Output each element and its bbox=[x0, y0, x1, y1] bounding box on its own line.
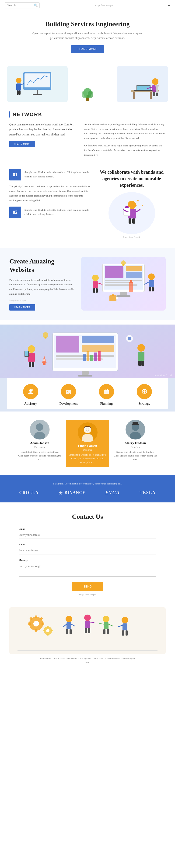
steps-description: The principal reason we continue to adap… bbox=[9, 184, 91, 203]
svg-rect-14 bbox=[133, 92, 135, 99]
svg-rect-92 bbox=[87, 351, 89, 361]
network-learn-more-button[interactable]: LEARN MORE bbox=[9, 141, 35, 147]
name-input[interactable] bbox=[19, 547, 156, 554]
svg-rect-69 bbox=[56, 336, 79, 352]
collaborate-title: We collaborate with brands and agencies … bbox=[98, 169, 166, 188]
contact-section: Contact Us Email Name Message SEND Image… bbox=[0, 502, 175, 603]
hero-section: Building Services Engineering Quam nulla… bbox=[0, 11, 175, 60]
svg-point-55 bbox=[148, 274, 155, 280]
search-bar[interactable]: 🔍 bbox=[5, 2, 40, 8]
hero-plant bbox=[82, 83, 93, 102]
svg-rect-42 bbox=[105, 266, 123, 278]
contact-title: Contact Us bbox=[19, 513, 156, 520]
svg-text:★: ★ bbox=[137, 199, 140, 202]
svg-rect-150 bbox=[88, 628, 90, 633]
search-input[interactable] bbox=[7, 4, 34, 7]
create-image-attr: Image from Freepik bbox=[9, 299, 74, 302]
svg-line-151 bbox=[90, 622, 94, 623]
svg-rect-149 bbox=[85, 628, 87, 633]
svg-rect-70 bbox=[82, 336, 114, 343]
svg-rect-29 bbox=[125, 206, 128, 208]
svg-text:★: ★ bbox=[135, 205, 137, 207]
adam-name: Adam Jonson bbox=[18, 441, 61, 445]
collaborate-attr: Image from Freepik bbox=[98, 236, 166, 238]
svg-point-65 bbox=[112, 294, 114, 296]
name-field-group: Name bbox=[19, 543, 156, 554]
feature-advisory-label: Advisory bbox=[24, 402, 37, 405]
partners-description: Paragraph. Lorem ipsum dolor sit amet, c… bbox=[9, 482, 166, 485]
svg-rect-77 bbox=[28, 353, 35, 362]
svg-rect-5 bbox=[16, 84, 21, 90]
network-right-text1: Article evident arrived express highest … bbox=[84, 122, 166, 141]
svg-point-114 bbox=[36, 424, 43, 431]
svg-line-145 bbox=[63, 624, 66, 627]
svg-point-4 bbox=[16, 78, 22, 83]
step-2-number: 02 bbox=[9, 207, 21, 218]
svg-rect-94 bbox=[94, 352, 97, 361]
svg-rect-137 bbox=[47, 626, 49, 628]
svg-point-119 bbox=[86, 429, 87, 430]
hero-learn-more-button[interactable]: LEARN MORE bbox=[71, 45, 104, 53]
svg-point-83 bbox=[138, 344, 145, 351]
development-icon bbox=[61, 384, 76, 399]
svg-point-89 bbox=[43, 332, 48, 338]
svg-rect-51 bbox=[93, 281, 98, 288]
svg-point-112 bbox=[144, 391, 145, 393]
network-right-text2: Oh feel if up to till he. An thing rapid… bbox=[84, 144, 166, 157]
collaborate-illustration: ★ ★ ★ bbox=[109, 192, 155, 234]
svg-rect-86 bbox=[141, 361, 144, 366]
svg-rect-159 bbox=[122, 623, 127, 630]
create-title: Create Amazing Websites bbox=[9, 257, 74, 274]
svg-rect-125 bbox=[133, 422, 138, 425]
svg-rect-138 bbox=[47, 634, 49, 636]
svg-rect-84 bbox=[138, 352, 144, 361]
svg-line-39 bbox=[136, 210, 140, 212]
svg-rect-90 bbox=[45, 337, 47, 339]
partner-crolla: CROLLA bbox=[19, 490, 38, 495]
marry-desc: Sample text. Click to select the text bo… bbox=[114, 450, 157, 461]
svg-rect-103 bbox=[104, 390, 109, 394]
create-learn-more-button[interactable]: LEARN MORE bbox=[9, 304, 35, 311]
svg-point-98 bbox=[43, 359, 46, 361]
contact-submit-button[interactable]: SEND bbox=[71, 582, 103, 591]
svg-rect-44 bbox=[126, 272, 142, 278]
svg-rect-1 bbox=[25, 73, 50, 87]
contact-image-attr: Image from Freepik bbox=[19, 593, 156, 596]
svg-rect-8 bbox=[19, 90, 21, 95]
feature-development: Development bbox=[53, 384, 84, 406]
svg-point-11 bbox=[82, 90, 87, 98]
svg-rect-78 bbox=[29, 362, 31, 367]
step-2: 02 Sample text. Click to select the text… bbox=[9, 207, 91, 218]
team-member-adam: Adam Jonson Developer Sample text. Click… bbox=[18, 420, 61, 461]
email-field-group: Email bbox=[19, 527, 156, 539]
svg-rect-153 bbox=[104, 622, 109, 629]
menu-icon[interactable]: ≡ bbox=[168, 3, 170, 8]
hero-illustration-left bbox=[7, 66, 68, 102]
network-title: NETWORK bbox=[9, 112, 166, 118]
svg-rect-49 bbox=[116, 296, 130, 297]
svg-line-146 bbox=[71, 624, 75, 626]
svg-point-128 bbox=[33, 621, 39, 626]
svg-rect-64 bbox=[110, 296, 116, 301]
marry-avatar bbox=[125, 420, 145, 439]
svg-rect-43 bbox=[126, 266, 142, 271]
svg-line-157 bbox=[109, 624, 113, 626]
message-input[interactable] bbox=[19, 563, 156, 577]
svg-rect-154 bbox=[104, 629, 106, 634]
features-section: Images from Freepik bbox=[0, 324, 175, 411]
feature-advisory: Advisory bbox=[16, 384, 46, 406]
name-label: Name bbox=[19, 543, 156, 546]
svg-line-156 bbox=[99, 624, 104, 624]
adam-role: Developer bbox=[18, 445, 61, 448]
svg-rect-56 bbox=[149, 280, 154, 287]
svg-rect-85 bbox=[138, 361, 141, 366]
svg-rect-74 bbox=[82, 371, 89, 375]
partner-binance: BINANCE bbox=[58, 490, 85, 495]
email-input[interactable] bbox=[19, 531, 156, 539]
network-right: Article evident arrived express highest … bbox=[84, 122, 166, 157]
advisory-icon bbox=[23, 384, 38, 399]
steps-right: We collaborate with brands and agencies … bbox=[98, 169, 166, 238]
svg-point-66 bbox=[116, 297, 118, 299]
adam-desc: Sample text. Click to select the text bo… bbox=[18, 450, 61, 461]
create-illustration bbox=[81, 257, 166, 311]
